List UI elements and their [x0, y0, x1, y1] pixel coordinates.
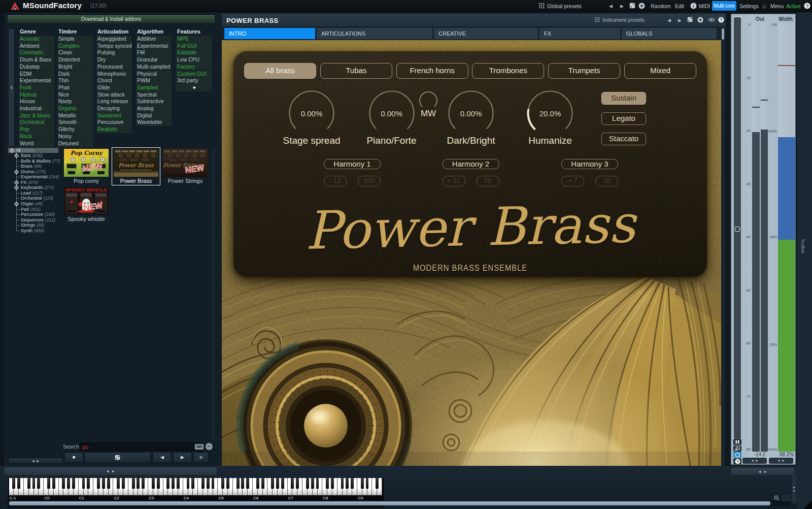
tab-intro[interactable]: INTRO	[224, 28, 315, 39]
global-presets-grid-icon[interactable]	[539, 0, 545, 12]
black-key[interactable]	[17, 478, 20, 489]
filter-item-industrial[interactable]: Industrial	[19, 105, 54, 112]
previous-preset-icon[interactable]: ◀	[609, 0, 613, 12]
black-key[interactable]	[187, 478, 190, 489]
filter-item-digital[interactable]: Digital	[136, 112, 172, 119]
black-key[interactable]	[261, 478, 264, 489]
tab-fx[interactable]: FX	[539, 28, 620, 39]
info-icon[interactable]: i	[690, 0, 697, 12]
black-key[interactable]	[117, 478, 120, 489]
section-button-trombones[interactable]: Trombones	[472, 63, 544, 79]
articulation-legato[interactable]: Legato	[601, 112, 646, 125]
tree-item-keyboards[interactable]: Keyboards(171)	[0, 185, 222, 190]
black-key[interactable]	[246, 478, 249, 489]
black-key[interactable]	[32, 478, 36, 489]
multi-core-button[interactable]: Multi-core	[712, 1, 736, 11]
filter-item-thin[interactable]: Thin	[57, 77, 93, 84]
harmony-3-transpose[interactable]: + 7	[561, 176, 584, 186]
filter-item-subtractive[interactable]: Subtractive	[136, 98, 172, 105]
filter-item-clean[interactable]: Clean	[57, 49, 93, 56]
black-key[interactable]	[142, 478, 145, 489]
active-toggle[interactable]: Active	[786, 0, 801, 12]
black-key[interactable]	[291, 478, 294, 489]
filter-item-bright[interactable]: Bright	[57, 63, 93, 71]
black-key[interactable]	[316, 478, 319, 489]
preset-list-button[interactable]: ≡	[193, 452, 209, 463]
black-key[interactable]	[276, 478, 279, 489]
filter-item-spectral[interactable]: Spectral	[136, 91, 172, 99]
black-key[interactable]	[72, 478, 75, 489]
filter-item-analog[interactable]: Analog	[136, 105, 172, 112]
filter-item-3rd-party[interactable]: 3rd party	[176, 77, 212, 84]
filter-item-experimental[interactable]: Experimental	[19, 77, 54, 84]
tree-item-organ[interactable]: Organ(48)	[0, 201, 222, 207]
black-key[interactable]	[207, 478, 210, 489]
keyboard-scroll-thumb[interactable]	[9, 501, 770, 505]
filter-item-editable[interactable]: Editable	[176, 49, 212, 56]
black-key[interactable]	[87, 478, 90, 489]
black-key[interactable]	[157, 478, 160, 489]
search-input[interactable]: po	[80, 442, 202, 451]
filter-item-pwm[interactable]: PWM	[136, 77, 172, 84]
filter-item-house[interactable]: House	[19, 98, 54, 105]
instrument-prev-preset-icon[interactable]: ◀	[667, 14, 671, 27]
filter-item-fm[interactable]: FM	[136, 49, 172, 56]
black-key[interactable]	[366, 478, 369, 489]
random-preset-icon[interactable]	[629, 0, 635, 12]
keyboard-scroll-track[interactable]	[7, 500, 791, 506]
filter-item-arpeggiated[interactable]: Arpeggiated	[96, 36, 132, 43]
popup-window-button[interactable]	[733, 446, 741, 452]
previous-preset-button[interactable]: ◀	[153, 452, 172, 463]
harmony-2-amount[interactable]: 70	[477, 176, 499, 186]
filter-item-rock[interactable]: Rock	[19, 133, 54, 140]
random-button[interactable]: Random	[651, 0, 671, 12]
harmony-1-transpose[interactable]: - 12	[324, 176, 347, 186]
black-key[interactable]	[52, 478, 55, 489]
section-button-mixed[interactable]: Mixed	[624, 63, 696, 79]
tree-item-strings[interactable]: Strings(58)	[0, 222, 222, 228]
black-key[interactable]	[236, 478, 240, 489]
global-presets-button[interactable]: Global presets	[547, 0, 582, 12]
filter-item-drum-bass[interactable]: Drum & Bass	[19, 56, 54, 63]
black-key[interactable]	[82, 478, 85, 489]
tree-expand-diamond-icon[interactable]	[14, 170, 19, 174]
next-preset-button[interactable]: ▶	[173, 452, 192, 463]
black-key[interactable]	[201, 478, 205, 489]
favorites-filter-button[interactable]: ♥	[64, 452, 83, 463]
collapse-search-icon[interactable]: −	[206, 443, 213, 450]
filter-item-processed[interactable]: Processed	[96, 63, 132, 71]
black-key[interactable]	[191, 478, 194, 489]
black-key[interactable]	[37, 478, 40, 489]
filter-item-metallic[interactable]: Metallic	[57, 112, 93, 119]
meter-splitter[interactable]: ◄ ►	[731, 467, 795, 475]
window-resize-handle[interactable]	[803, 500, 812, 509]
filter-item-realistic[interactable]: Realistic	[96, 126, 132, 133]
tab-creative[interactable]: CREATIVE	[434, 28, 538, 39]
black-key[interactable]	[296, 478, 299, 489]
knob-stage-spread[interactable]: 0.00%	[284, 85, 340, 141]
black-key[interactable]	[346, 478, 349, 489]
black-key[interactable]	[256, 478, 259, 489]
filter-item-pop[interactable]: Pop	[19, 126, 54, 133]
tree-item-pad[interactable]: Pad(451)	[0, 207, 222, 212]
knob-humanize[interactable]: 20.0%	[522, 85, 578, 141]
filter-item-glitchy[interactable]: Glitchy	[57, 126, 93, 133]
black-key[interactable]	[137, 478, 140, 489]
filter-item-percussive[interactable]: Percussive	[96, 119, 132, 126]
black-key[interactable]	[27, 478, 30, 489]
black-key[interactable]	[132, 478, 135, 489]
black-key[interactable]	[12, 478, 15, 489]
download-addons-button[interactable]: Download & Install addons	[7, 15, 215, 23]
black-key[interactable]	[97, 478, 100, 489]
preset-thumb-power-strings[interactable]: Power Strings NEW Power Strings	[161, 148, 209, 185]
filter-item-mpe[interactable]: MPE	[176, 36, 212, 43]
filter-item-acoustic[interactable]: Acoustic	[19, 36, 54, 43]
articulation-sustain[interactable]: Sustain	[601, 92, 646, 105]
black-key[interactable]	[67, 478, 70, 489]
filter-item-hiphop[interactable]: Hiphop	[19, 91, 54, 99]
filter-item-nasty[interactable]: Nasty	[57, 98, 93, 105]
black-key[interactable]	[212, 478, 215, 489]
filter-item-experimental[interactable]: Experimental	[136, 43, 172, 50]
filter-item-complex[interactable]: Complex	[57, 43, 93, 50]
filter-item-noisy[interactable]: Noisy	[57, 133, 93, 140]
